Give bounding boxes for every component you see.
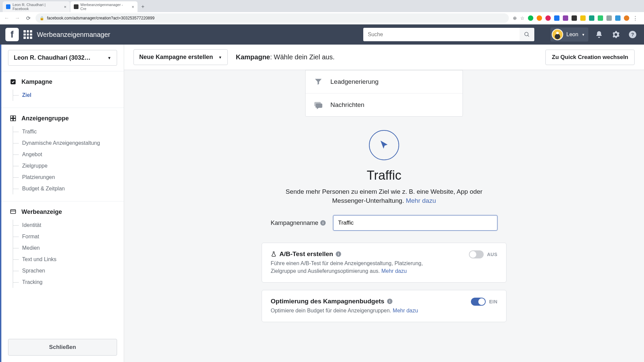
- menu-icon[interactable]: ⋮: [633, 15, 638, 21]
- step-item-media[interactable]: Medien: [13, 242, 116, 254]
- chevron-down-icon: ▼: [107, 56, 111, 60]
- url-bar: ← → ⟳ 🔒 facebook.com/adsmanager/creation…: [0, 12, 644, 24]
- extension-icon[interactable]: [528, 15, 533, 21]
- hero-section: Traffic Sende mehr Personen zu einem Zie…: [213, 130, 555, 205]
- zoom-icon[interactable]: ⊕: [513, 15, 517, 21]
- extension-icon[interactable]: [554, 15, 559, 21]
- forward-icon[interactable]: →: [14, 15, 21, 21]
- step-item-ziel[interactable]: Ziel: [13, 89, 116, 101]
- extension-icon[interactable]: [606, 15, 612, 21]
- funnel-icon: [314, 77, 323, 86]
- card-description: Optimiere dein Budget für deine Anzeigen…: [271, 307, 418, 314]
- step-group-campaign: Kampagne Ziel: [1, 78, 124, 108]
- search-input[interactable]: [363, 28, 520, 41]
- info-icon[interactable]: i: [387, 299, 392, 304]
- tab-strip: Leon R. Chaudhari | Facebook × Werbeanze…: [0, 0, 644, 12]
- objective-list: Leadgenerierung Nachrichten: [305, 70, 463, 117]
- chevron-down-icon: ▼: [218, 55, 222, 59]
- step-group-ad: Werbeanzeige Identität Format Medien Tex…: [1, 208, 124, 295]
- new-tab-button[interactable]: +: [138, 1, 148, 12]
- step-item-budget[interactable]: Budget & Zeitplan: [13, 183, 116, 194]
- objective-leadgen[interactable]: Leadgenerierung: [306, 70, 463, 93]
- step-title: Werbeanzeige: [21, 208, 62, 216]
- back-icon[interactable]: ←: [3, 15, 10, 21]
- search-icon: [524, 32, 530, 38]
- extension-icon[interactable]: [589, 15, 594, 21]
- step-item-dynamic[interactable]: Dynamische Anzeigengestaltung: [13, 137, 116, 149]
- step-item-traffic[interactable]: Traffic: [13, 126, 116, 137]
- facebook-favicon: [74, 4, 78, 9]
- step-item-languages[interactable]: Sprachen: [13, 265, 116, 277]
- info-icon[interactable]: i: [320, 220, 326, 226]
- top-nav: f Werbeanzeigenmanager Leon ▼ ?: [0, 24, 644, 45]
- objective-messages[interactable]: Nachrichten: [306, 93, 463, 116]
- campaign-dropdown[interactable]: Neue Kampagne erstellen ▼: [133, 49, 228, 65]
- step-item-tracking[interactable]: Tracking: [13, 277, 116, 288]
- extension-icon[interactable]: [615, 15, 621, 21]
- ab-test-toggle[interactable]: [469, 250, 484, 258]
- settings-icon[interactable]: [610, 31, 622, 39]
- campaign-name-input[interactable]: [333, 215, 497, 231]
- browser-tab[interactable]: Werbeanzeigenmanager - Cre ×: [70, 1, 138, 12]
- objective-label: Leadgenerierung: [330, 78, 379, 85]
- url-field[interactable]: 🔒 facebook.com/adsmanager/creation?act=3…: [36, 13, 509, 23]
- learn-more-link[interactable]: Mehr dazu: [406, 197, 436, 204]
- close-icon[interactable]: ×: [64, 4, 66, 9]
- lock-icon: 🔒: [40, 16, 44, 20]
- learn-more-link[interactable]: Mehr dazu: [381, 268, 407, 274]
- sub-header: Neue Kampagne erstellen ▼ Kampagne: Wähl…: [124, 45, 644, 70]
- svg-rect-8: [13, 119, 16, 121]
- extension-icon[interactable]: [580, 15, 586, 21]
- extension-icon[interactable]: [545, 15, 551, 21]
- budget-optimization-toggle[interactable]: [471, 298, 486, 306]
- user-menu[interactable]: Leon ▼: [550, 27, 589, 42]
- toggle-label: AUS: [487, 252, 497, 257]
- apps-grid-icon[interactable]: [23, 30, 32, 39]
- campaign-icon: [9, 78, 17, 85]
- svg-rect-7: [11, 119, 13, 121]
- page-heading: Kampagne: Wähle dein Ziel aus.: [236, 53, 335, 61]
- step-item-offer[interactable]: Angebot: [13, 149, 116, 160]
- search-button[interactable]: [520, 28, 534, 41]
- extension-icon[interactable]: [537, 15, 542, 21]
- account-name: Leon R. Chaudhari (3032…: [14, 54, 91, 61]
- step-item-placements[interactable]: Platzierungen: [13, 172, 116, 183]
- star-icon[interactable]: ☆: [520, 15, 525, 21]
- flask-icon: [271, 251, 277, 257]
- hero-title: Traffic: [213, 168, 555, 183]
- extension-icons: ⊕ ☆ ⋮: [513, 15, 641, 21]
- card-title: A/B-Test erstellen: [279, 250, 333, 258]
- extension-icon[interactable]: [572, 15, 577, 21]
- quick-creation-button[interactable]: Zu Quick Creation wechseln: [545, 50, 635, 65]
- reload-icon[interactable]: ⟳: [25, 15, 32, 21]
- browser-tab[interactable]: Leon R. Chaudhari | Facebook ×: [3, 1, 70, 12]
- notifications-icon[interactable]: [593, 31, 605, 39]
- ab-test-card: A/B-Test erstellen i Führe einen A/B-Tes…: [262, 243, 506, 283]
- svg-line-1: [528, 35, 529, 37]
- url-text: facebook.com/adsmanager/creation?act=303…: [47, 16, 155, 20]
- main-content: Leadgenerierung Nachrichten: [124, 70, 644, 362]
- extension-icon[interactable]: [563, 15, 568, 21]
- facebook-logo[interactable]: f: [5, 28, 19, 41]
- close-icon[interactable]: ×: [131, 4, 134, 9]
- avatar-icon[interactable]: [624, 15, 629, 21]
- close-button[interactable]: Schließen: [8, 339, 117, 356]
- info-icon[interactable]: i: [336, 251, 341, 257]
- step-item-text[interactable]: Text und Links: [13, 254, 116, 265]
- hero-description: Sende mehr Personen zu einem Ziel wie z.…: [273, 187, 495, 205]
- step-title: Anzeigengruppe: [21, 115, 69, 122]
- objective-label: Nachrichten: [330, 101, 364, 109]
- chat-icon: [314, 100, 323, 110]
- learn-more-link[interactable]: Mehr dazu: [393, 308, 418, 313]
- step-item-format[interactable]: Format: [13, 231, 116, 242]
- account-selector[interactable]: Leon R. Chaudhari (3032… ▼: [8, 50, 117, 66]
- tab-title: Leon R. Chaudhari | Facebook: [12, 3, 60, 11]
- extension-icon[interactable]: [598, 15, 603, 21]
- svg-rect-9: [11, 209, 16, 214]
- help-icon[interactable]: ?: [627, 31, 639, 39]
- step-item-identity[interactable]: Identität: [13, 220, 116, 231]
- svg-text:?: ?: [631, 32, 634, 37]
- traffic-hero-icon: [369, 130, 399, 160]
- adset-icon: [9, 115, 17, 122]
- step-item-audience[interactable]: Zielgruppe: [13, 160, 116, 172]
